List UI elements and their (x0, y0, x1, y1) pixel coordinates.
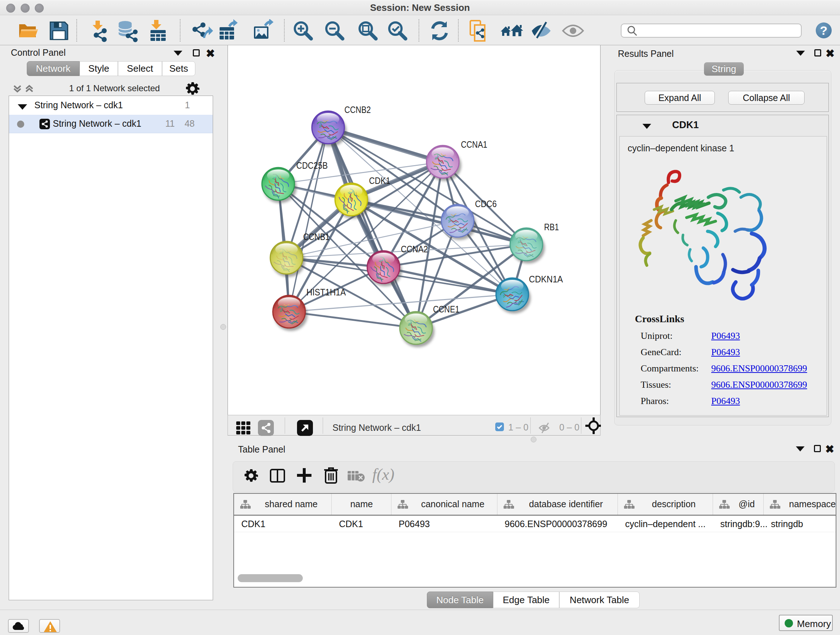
svg-text:CCNB2: CCNB2 (344, 104, 371, 115)
svg-text:CCNA1: CCNA1 (461, 139, 487, 150)
svg-text:CDC6: CDC6 (475, 198, 497, 209)
svg-text:CDC25B: CDC25B (296, 160, 328, 171)
svg-text:CDK1: CDK1 (369, 175, 390, 186)
svg-text:CCNA2: CCNA2 (401, 244, 428, 255)
svg-text:CCNE1: CCNE1 (433, 304, 459, 315)
svg-text:CCNB1: CCNB1 (303, 231, 330, 242)
svg-text:CDKN1A: CDKN1A (529, 274, 563, 285)
svg-text:RB1: RB1 (544, 222, 559, 233)
svg-text:HIST1H1A: HIST1H1A (306, 287, 346, 298)
